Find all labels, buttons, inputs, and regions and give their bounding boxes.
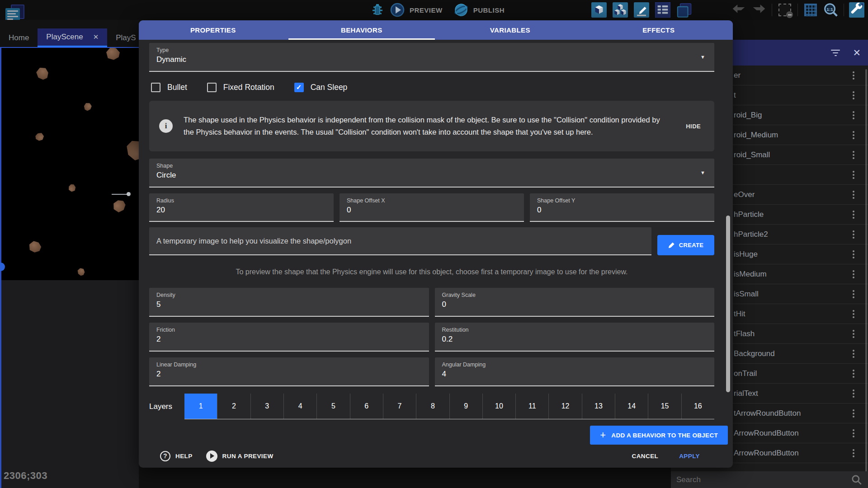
- layer-option-15[interactable]: 15: [648, 394, 681, 419]
- zoom-one-to-one-icon[interactable]: 1:1: [823, 2, 839, 18]
- tools-icon[interactable]: [849, 2, 864, 18]
- measure-handle-dot[interactable]: [127, 192, 131, 196]
- cancel-button[interactable]: CANCEL: [629, 449, 661, 463]
- asteroid-sprite[interactable]: [106, 47, 120, 60]
- row-menu-icon[interactable]: [851, 328, 856, 340]
- add-behavior-button[interactable]: + ADD A BEHAVIOR TO THE OBJECT: [590, 426, 728, 445]
- objects-panel-scrollbar[interactable]: [865, 69, 867, 478]
- layer-option-14[interactable]: 14: [615, 394, 648, 419]
- tab-effects[interactable]: EFFECTS: [585, 20, 733, 40]
- edit-scene-icon[interactable]: [634, 2, 649, 18]
- field-linear-damping[interactable]: Linear Damping2: [149, 357, 429, 386]
- checkbox-unchecked-icon[interactable]: [207, 83, 217, 92]
- tab-properties[interactable]: PROPERTIES: [139, 20, 288, 40]
- layer-option-10[interactable]: 10: [482, 394, 515, 419]
- layer-option-4[interactable]: 4: [283, 394, 316, 419]
- layer-option-1[interactable]: 1: [184, 394, 217, 419]
- type-select[interactable]: Type Dynamic ▼: [149, 43, 714, 72]
- field-shape-offset-y[interactable]: Shape Offset Y0: [530, 193, 714, 222]
- row-menu-icon[interactable]: [851, 268, 856, 280]
- create-button[interactable]: CREATE: [657, 235, 714, 255]
- scene-origin-dot[interactable]: [0, 263, 5, 271]
- layer-option-11[interactable]: 11: [515, 394, 548, 419]
- asteroid-sprite[interactable]: [123, 136, 139, 164]
- layer-option-3[interactable]: 3: [250, 394, 283, 419]
- editor-tab-plays[interactable]: PlayS: [107, 28, 139, 47]
- shape-select[interactable]: Shape Circle ▼: [149, 159, 714, 188]
- row-menu-icon[interactable]: [851, 109, 856, 121]
- row-menu-icon[interactable]: [851, 249, 856, 260]
- row-menu-icon[interactable]: [851, 447, 856, 459]
- hide-button[interactable]: HIDE: [682, 119, 704, 133]
- layer-option-5[interactable]: 5: [316, 394, 349, 419]
- preview-label[interactable]: PREVIEW: [410, 6, 443, 14]
- tab-variables[interactable]: VARIABLES: [436, 20, 585, 40]
- apply-button[interactable]: APPLY: [676, 449, 703, 463]
- close-icon[interactable]: ✕: [853, 48, 861, 57]
- row-menu-icon[interactable]: [851, 427, 856, 439]
- publish-globe-icon[interactable]: [453, 2, 469, 18]
- row-menu-icon[interactable]: [851, 388, 856, 399]
- layer-option-9[interactable]: 9: [449, 394, 482, 419]
- checkbox-unchecked-icon[interactable]: [151, 83, 160, 92]
- field-gravity-scale[interactable]: Gravity Scale0: [435, 288, 715, 317]
- asteroid-sprite[interactable]: [34, 131, 45, 142]
- debug-icon[interactable]: [370, 2, 385, 18]
- dialog-scrollbar[interactable]: [726, 216, 730, 392]
- tab-behaviors[interactable]: BEHAVIORS: [288, 20, 436, 40]
- help-button[interactable]: ? HELP: [160, 451, 193, 461]
- layer-option-12[interactable]: 12: [548, 394, 581, 419]
- field-angular-damping[interactable]: Angular Damping4: [435, 357, 715, 386]
- row-menu-icon[interactable]: [851, 368, 856, 380]
- field-density[interactable]: Density5: [149, 288, 429, 317]
- layer-option-7[interactable]: 7: [383, 394, 416, 419]
- editor-tab-home[interactable]: Home: [0, 28, 38, 47]
- checkbox-bullet[interactable]: Bullet: [151, 83, 187, 92]
- field-radius[interactable]: Radius20: [149, 193, 334, 222]
- layer-option-16[interactable]: 16: [681, 394, 714, 419]
- asteroid-sprite[interactable]: [83, 102, 93, 112]
- editor-tab-playscene[interactable]: PlayScene✕: [38, 28, 107, 47]
- field-shape-offset-x[interactable]: Shape Offset X0: [340, 193, 524, 222]
- layer-option-2[interactable]: 2: [217, 394, 250, 419]
- row-menu-icon[interactable]: [851, 229, 856, 240]
- preview-play-icon[interactable]: [390, 2, 405, 18]
- row-menu-icon[interactable]: [851, 209, 856, 221]
- checkbox-can-sleep[interactable]: ✓Can Sleep: [294, 83, 348, 92]
- layer-option-13[interactable]: 13: [582, 394, 615, 419]
- layers-icon[interactable]: [676, 2, 692, 18]
- row-menu-icon[interactable]: [851, 308, 856, 320]
- checkbox-checked-icon[interactable]: ✓: [294, 83, 304, 92]
- checkbox-fixed-rotation[interactable]: Fixed Rotation: [207, 83, 274, 92]
- asteroid-sprite[interactable]: [111, 197, 128, 215]
- temp-image-field[interactable]: A temporary image to help you visualize …: [149, 227, 651, 255]
- asteroid-sprite[interactable]: [28, 240, 42, 253]
- row-menu-icon[interactable]: [851, 189, 856, 201]
- events-list-icon[interactable]: [655, 2, 670, 18]
- scene-canvas[interactable]: 2306;303: [0, 47, 139, 488]
- grid-icon[interactable]: [803, 2, 818, 18]
- object-cube-icon[interactable]: [591, 2, 607, 18]
- row-menu-icon[interactable]: [851, 89, 856, 101]
- row-menu-icon[interactable]: [851, 169, 856, 181]
- row-menu-icon[interactable]: [851, 129, 856, 141]
- row-menu-icon[interactable]: [851, 348, 856, 360]
- layer-option-8[interactable]: 8: [416, 394, 449, 419]
- asteroid-sprite[interactable]: [34, 65, 51, 82]
- search-input[interactable]: [676, 475, 851, 484]
- row-menu-icon[interactable]: [851, 149, 856, 161]
- redo-icon[interactable]: [751, 2, 767, 18]
- row-menu-icon[interactable]: [851, 288, 856, 300]
- asteroid-sprite[interactable]: [76, 267, 85, 277]
- row-menu-icon[interactable]: [851, 70, 856, 81]
- field-friction[interactable]: Friction2: [149, 323, 429, 352]
- asteroid-sprite[interactable]: [68, 183, 75, 192]
- publish-label[interactable]: PUBLISH: [473, 6, 505, 14]
- field-restitution[interactable]: Restitution0.2: [435, 323, 715, 352]
- undo-icon[interactable]: [731, 2, 746, 18]
- row-menu-icon[interactable]: [851, 408, 856, 419]
- close-tab-icon[interactable]: ✕: [93, 33, 99, 41]
- layer-option-6[interactable]: 6: [350, 394, 383, 419]
- capture-region-icon[interactable]: [777, 2, 793, 18]
- run-preview-button[interactable]: RUN A PREVIEW: [206, 450, 274, 462]
